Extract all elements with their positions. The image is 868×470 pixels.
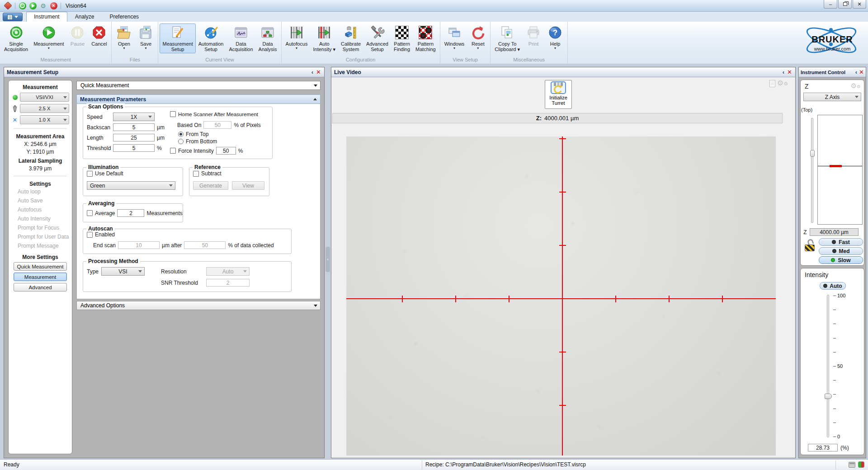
initialize-turret-button[interactable]: Initialize Turret bbox=[545, 80, 572, 109]
calibrate-system-button[interactable]: CalibrateSystem bbox=[338, 24, 363, 53]
advanced-view-button[interactable]: Advanced bbox=[14, 283, 67, 291]
collapse-panel-icon[interactable]: ‹ bbox=[855, 69, 857, 75]
fast-speed-button[interactable]: Fast bbox=[819, 238, 863, 246]
threshold-input[interactable]: 5 bbox=[113, 144, 155, 152]
z-slider[interactable] bbox=[811, 118, 813, 223]
tab-preferences[interactable]: Preferences bbox=[102, 12, 146, 22]
intensity-slider-thumb[interactable] bbox=[825, 394, 832, 399]
backscan-input[interactable]: 5 bbox=[113, 123, 155, 131]
selector-vsi-vxi[interactable]: VSI/VXI bbox=[20, 93, 69, 102]
advanced-setup-button[interactable]: AdvancedSetup bbox=[363, 24, 391, 53]
live-video-feed[interactable] bbox=[346, 136, 776, 456]
pattern-matching-button[interactable]: PatternMatching bbox=[413, 24, 439, 53]
measurement-parameters-header[interactable]: Measurement Parameters bbox=[76, 94, 321, 104]
report-icon[interactable] bbox=[769, 80, 775, 87]
autoscan-enabled-checkbox[interactable] bbox=[87, 232, 93, 238]
pattern-finding-button[interactable]: PatternFinding bbox=[391, 24, 413, 53]
advanced-options-header[interactable]: Advanced Options bbox=[76, 301, 321, 310]
axis-select[interactable]: Z Axis bbox=[803, 93, 861, 101]
average-label: Average bbox=[95, 210, 115, 216]
autofocus-icon bbox=[289, 25, 304, 40]
length-input[interactable]: 25 bbox=[113, 134, 155, 141]
measurement-setup-button[interactable]: MeasurementSetup bbox=[160, 24, 195, 53]
quick-single-acquisition-icon[interactable] bbox=[19, 2, 26, 9]
close-button[interactable]: ✕ bbox=[853, 0, 866, 9]
collapse-panel-icon[interactable]: ‹ bbox=[783, 69, 784, 75]
restore-button[interactable] bbox=[838, 0, 852, 9]
illumination-color-select[interactable]: Green bbox=[87, 181, 175, 190]
automation-setup-button[interactable]: AutomationSetup bbox=[196, 24, 226, 53]
force-intensity-checkbox[interactable] bbox=[170, 148, 176, 154]
ribbon-group-label: Current View bbox=[160, 57, 279, 64]
intensity-scale-tick bbox=[833, 338, 836, 338]
crosshair-tick bbox=[509, 296, 509, 302]
data-analysis-icon bbox=[260, 25, 275, 40]
home-scanner-checkbox[interactable] bbox=[170, 111, 176, 117]
reset-button[interactable]: Reset▾ bbox=[467, 24, 489, 51]
from-bottom-radio[interactable] bbox=[178, 139, 184, 144]
close-panel-icon[interactable]: ✕ bbox=[859, 69, 864, 75]
single-acquisition-button[interactable]: SingleAcquisition bbox=[1, 24, 31, 53]
use-default-checkbox[interactable] bbox=[87, 171, 93, 177]
measurement-button[interactable]: Measurement▾ bbox=[31, 24, 66, 51]
intensity-auto-button[interactable]: Auto bbox=[820, 282, 846, 290]
data-acquisition-button[interactable]: DataAcquisition bbox=[226, 24, 255, 53]
close-panel-icon[interactable]: ✕ bbox=[787, 69, 792, 75]
close-panel-icon[interactable]: ✕ bbox=[316, 69, 321, 75]
ribbon-button-label: Reset▾ bbox=[472, 41, 485, 50]
measurement-view-button[interactable]: Measurement bbox=[14, 273, 67, 281]
snr-threshold-input: 2 bbox=[206, 279, 250, 287]
auto-intensity-button[interactable]: AutoIntensity ▾ bbox=[310, 24, 338, 53]
z-settings-gears-icon[interactable]: ⚙⚙ bbox=[851, 82, 861, 90]
quick-measurement-view-button[interactable]: Quick Measurement bbox=[14, 262, 67, 271]
speed-dot-icon bbox=[832, 249, 836, 253]
windows-icon bbox=[447, 25, 462, 40]
subtract-checkbox[interactable] bbox=[193, 171, 199, 177]
selector-1-0-x[interactable]: 1.0 X bbox=[20, 115, 69, 124]
windows-button[interactable]: Windows▾ bbox=[442, 24, 467, 51]
help-button[interactable]: ?Help▾ bbox=[544, 24, 566, 51]
ribbon-button-label: Autofocus▾ bbox=[286, 41, 308, 50]
open-button[interactable]: Open▾ bbox=[113, 24, 135, 51]
copy-to-clipboard-button[interactable]: Copy ToClipboard ▾ bbox=[492, 24, 523, 53]
ribbon-group-configuration: Autofocus▾AutoIntensity ▾CalibrateSystem… bbox=[282, 22, 440, 64]
selector-2-5-x[interactable]: 2.5 X bbox=[20, 104, 69, 113]
live-video-header: Live Video ‹ ✕ bbox=[331, 67, 795, 77]
force-intensity-input[interactable]: 50 bbox=[216, 147, 236, 155]
splitter-handle-icon[interactable]: ‹ bbox=[326, 247, 330, 272]
quick-gears-icon[interactable]: ⚙ bbox=[39, 2, 47, 9]
ribbon-group-label: View Setup bbox=[442, 57, 489, 64]
from-top-radio[interactable] bbox=[178, 132, 184, 137]
z-slider-thumb[interactable] bbox=[810, 150, 815, 157]
video-settings-gears-icon[interactable]: ⚙⚙ bbox=[777, 80, 788, 87]
setting-item-auto-save: Auto Save bbox=[9, 196, 72, 205]
dust-speck bbox=[571, 222, 574, 226]
average-checkbox[interactable] bbox=[87, 210, 93, 216]
preset-dropdown[interactable]: Quick Measurement bbox=[76, 81, 321, 90]
intensity-slider[interactable] bbox=[827, 295, 829, 437]
speed-dot-icon bbox=[832, 240, 836, 244]
panel-splitter[interactable]: ‹ bbox=[325, 67, 330, 458]
cancel-button[interactable]: Cancel bbox=[88, 24, 110, 48]
slow-speed-button[interactable]: Slow bbox=[819, 256, 863, 264]
brand-site-link[interactable]: www.bruker.com bbox=[803, 46, 862, 52]
average-count-input[interactable]: 2 bbox=[117, 209, 144, 217]
collapse-panel-icon[interactable]: ‹ bbox=[311, 69, 313, 75]
quick-measurement-icon[interactable] bbox=[29, 2, 37, 9]
autofocus-button[interactable]: Autofocus▾ bbox=[283, 24, 311, 51]
save-button[interactable]: Save▾ bbox=[135, 24, 156, 51]
tab-analyze[interactable]: Analyze bbox=[67, 12, 102, 22]
status-indicator-icon[interactable] bbox=[858, 461, 864, 468]
autoscan-group: Autoscan Enabled End scan 10 µm after 50… bbox=[83, 229, 292, 254]
unlock-icon[interactable] bbox=[804, 239, 816, 254]
processing-type-select[interactable]: VSI bbox=[101, 267, 145, 276]
status-stage-icon[interactable] bbox=[849, 462, 855, 468]
speed-select[interactable]: 1X bbox=[113, 113, 155, 121]
tab-instrument[interactable]: Instrument bbox=[26, 12, 67, 22]
app-menu-button[interactable] bbox=[3, 13, 23, 21]
minimize-button[interactable]: – bbox=[824, 0, 837, 9]
turret-icon bbox=[551, 81, 566, 95]
quick-abort-icon[interactable]: ✕ bbox=[50, 2, 57, 9]
med-speed-button[interactable]: Med bbox=[819, 247, 863, 255]
data-analysis-button[interactable]: DataAnalysis bbox=[256, 24, 280, 53]
